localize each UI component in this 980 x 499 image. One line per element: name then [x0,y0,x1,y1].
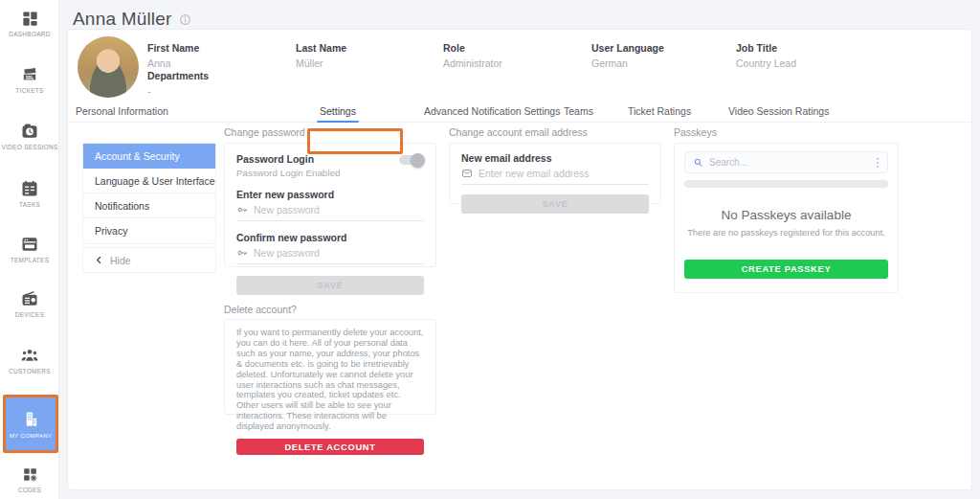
settings-nav-privacy[interactable]: Privacy [83,218,215,243]
confirm-password-input[interactable] [254,247,424,259]
sidebar-item-label: TASKS [19,201,40,208]
tab-personal-information[interactable]: Personal Information [76,105,168,117]
video-sessions-icon [20,122,39,141]
tab-teams[interactable]: Teams [564,105,593,117]
field-label: Last Name [296,42,346,54]
sidebar-item-label: TICKETS [15,87,43,94]
sidebar-item-dashboard[interactable]: DASHBOARD [0,10,59,37]
profile-tabs: Personal Information Settings Advanced N… [68,101,971,123]
save-password-button[interactable]: SAVE [236,276,424,295]
confirm-password-label: Confirm new password [236,232,424,243]
passkeys-empty-title: No Passkeys available [684,208,888,222]
field-value: Administrator [443,57,502,69]
settings-nav-language-ui[interactable]: Language & User Interface [83,169,215,193]
change-password-heading: Change password [224,126,305,138]
profile-field-user-language: User Language German [591,42,664,69]
sidebar-item-label: CODES [18,487,41,493]
delete-account-description: If you want to permanently delete your a… [236,328,424,432]
passkeys-search-input[interactable] [709,157,870,168]
new-password-label: Enter new password [236,189,424,200]
tickets-stack-icon [20,65,39,84]
sidebar-item-tickets[interactable]: TICKETS [0,65,59,94]
codes-qr-icon [21,465,39,484]
profile-field-first-name: First Name Anna [147,42,199,69]
toggle-knob [411,153,425,168]
sidebar-item-label: DEVICES [15,311,45,318]
field-value: German [591,57,664,69]
new-email-label: New email address [461,152,649,164]
app-sidebar: DASHBOARD TICKETS VIDEO SESSIONS TASKS T… [0,0,59,499]
field-value: Müller [296,57,346,69]
hide-nav-button[interactable]: Hide [82,247,216,273]
sidebar-item-video-sessions[interactable]: VIDEO SESSIONS [0,122,59,150]
key-icon [236,204,248,215]
avatar [78,36,139,98]
settings-nav-notifications[interactable]: Notifications [83,193,215,218]
delete-account-button[interactable]: DELETE ACCOUNT [236,439,424,455]
sidebar-item-tasks[interactable]: TASKS [0,179,59,208]
tab-advanced-notification-settings[interactable]: Advanced Notification Settings [424,105,560,117]
sidebar-item-label: TEMPLATES [11,257,50,263]
passkeys-empty-state: No Passkeys available There are no passk… [684,208,888,238]
tab-ticket-ratings[interactable]: Ticket Ratings [628,105,691,117]
main-panel: First Name Anna Last Name Müller Role Ad… [67,29,972,490]
passkeys-card: No Passkeys available There are no passk… [674,143,899,293]
chevron-left-icon [95,256,103,264]
change-email-card: New email address SAVE [449,143,661,204]
field-label: First Name [147,42,199,54]
sidebar-item-label: CUSTOMERS [9,368,51,374]
field-label: User Language [591,42,664,54]
new-password-input[interactable] [254,204,424,215]
templates-window-icon [20,235,39,254]
page-header: Anna Müller [73,9,191,30]
sidebar-item-codes[interactable]: CODES [0,465,59,493]
field-label: Job Title [736,42,796,54]
passkeys-search [684,151,888,173]
tab-settings[interactable]: Settings [320,105,356,117]
sidebar-item-label: MY COMPANY [10,432,53,439]
passkeys-empty-subtitle: There are no passkeys registered for thi… [684,228,888,238]
field-label: Departments [147,70,209,81]
settings-nav: Account & Security Language & User Inter… [82,143,216,244]
devices-radio-icon [20,289,39,308]
kebab-menu-icon[interactable] [876,157,880,169]
tasks-calendar-icon [20,179,39,198]
sidebar-item-customers[interactable]: CUSTOMERS [0,346,59,374]
hide-label: Hide [110,255,131,266]
search-icon [693,157,703,168]
info-icon[interactable] [179,13,191,26]
field-value: - [147,85,209,97]
password-login-label: Password Login [236,153,314,165]
profile-field-last-name: Last Name Müller [296,42,346,69]
customers-people-icon [20,346,39,365]
sidebar-item-devices[interactable]: DEVICES [0,289,59,318]
delete-account-heading: Delete account? [224,304,297,315]
profile-field-departments: Departments - [147,70,209,97]
passkeys-table-header-placeholder [684,180,888,188]
new-email-input[interactable] [479,168,649,179]
settings-nav-account-security[interactable]: Account & Security [83,144,215,169]
change-email-heading: Change account email address [449,126,588,138]
envelope-icon [461,168,473,179]
password-login-toggle[interactable] [399,155,424,165]
key-icon [236,247,248,259]
sidebar-item-label: DASHBOARD [9,31,51,37]
company-building-icon [22,410,40,428]
field-value: Country Lead [736,57,796,69]
sidebar-item-my-company[interactable]: MY COMPANY [3,395,58,453]
delete-account-card: If you want to permanently delete your a… [224,319,436,415]
page-title: Anna Müller [73,9,172,30]
passkeys-heading: Passkeys [674,126,717,138]
field-label: Role [443,42,502,54]
change-password-card: Password Login Password Login Enabled En… [224,143,436,267]
profile-field-role: Role Administrator [443,42,502,69]
create-passkey-button[interactable]: CREATE PASSKEY [684,260,888,279]
sidebar-item-templates[interactable]: TEMPLATES [0,235,59,263]
dashboard-grid-icon [21,10,39,28]
field-value: Anna [147,57,199,69]
profile-field-job-title: Job Title Country Lead [736,42,796,69]
sidebar-item-label: VIDEO SESSIONS [1,144,57,150]
password-login-status: Password Login Enabled [236,168,424,178]
tab-video-session-ratings[interactable]: Video Session Ratings [728,105,829,117]
save-email-button[interactable]: SAVE [461,194,649,214]
